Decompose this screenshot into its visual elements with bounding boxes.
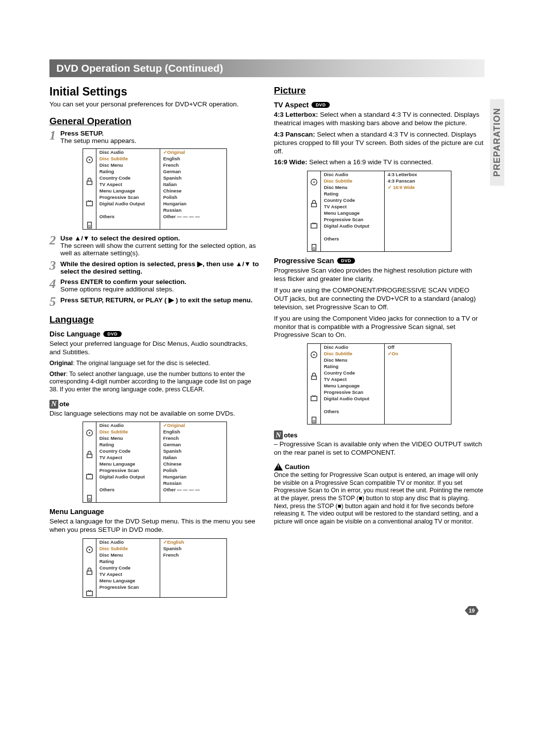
speaker-icon — [86, 221, 93, 229]
svg-rect-2 — [87, 181, 92, 185]
svg-text:19: 19 — [469, 608, 475, 614]
svg-point-5 — [89, 225, 90, 227]
step-number: 3 — [49, 260, 60, 271]
setup-menu-screenshot: Disc Audio Disc Subtitle Disc Menu Ratin… — [307, 343, 451, 425]
caution-body: Once the setting for Progressive Scan ou… — [274, 472, 485, 525]
step-2: 2 Use ▲/▼ to select the desired option. … — [49, 235, 260, 257]
svg-point-27 — [313, 420, 315, 422]
disc-icon — [310, 178, 318, 186]
step-number: 4 — [49, 278, 60, 289]
left-column: Initial Settings You can set your person… — [49, 84, 260, 603]
step-number: 2 — [49, 235, 60, 246]
dvd-badge: DVD — [312, 102, 330, 108]
notes-body: – Progressive Scan is available only whe… — [274, 440, 485, 457]
disc-icon — [86, 429, 93, 437]
step-3: 3 While the desired option is selected, … — [49, 260, 260, 275]
svg-point-1 — [89, 159, 90, 160]
other-line: Other: To select another language, use t… — [49, 371, 260, 394]
panscan-line: 4:3 Panscan: Select when a standard 4:3 … — [274, 131, 485, 156]
setup-menu-screenshot: Disc Audio Disc Subtitle Disc Menu Ratin… — [83, 422, 227, 503]
ps-body-2: If you are using the COMPONENT/PROGRESSI… — [274, 286, 485, 312]
svg-rect-14 — [87, 571, 92, 574]
step-body: Some options require additional steps. — [60, 285, 174, 293]
caution-label: Caution — [285, 463, 310, 471]
note-body: Disc language selections may not be avai… — [49, 410, 260, 418]
step-1: 1 Press SETUP. The setup menu appears. — [49, 130, 260, 144]
step-number: 5 — [49, 296, 60, 307]
setup-menu-screenshot: Disc Audio Disc Subtitle Disc Menu Ratin… — [307, 171, 451, 252]
heading-menu-language: Menu Language — [49, 508, 260, 516]
letterbox-line: 4:3 Letterbox: Select when a standard 4:… — [274, 111, 485, 128]
dvd-badge: DVD — [103, 331, 122, 337]
speaker-icon — [310, 416, 318, 424]
section-tab: PREPARATION — [490, 99, 504, 186]
notes-heading: N otes — [274, 430, 485, 439]
lock-icon — [86, 178, 93, 186]
note-label: ote — [59, 400, 69, 408]
menu-language-body: Select a language for the DVD Setup menu… — [49, 518, 260, 534]
ps-body-1: Progressive Scan video provides the high… — [274, 267, 485, 284]
original-line: Original: The original language set for … — [49, 360, 260, 368]
heading-progressive-scan: Progressive Scan DVD — [274, 257, 485, 265]
caution-heading: Caution — [274, 463, 485, 471]
tv-icon — [310, 394, 318, 402]
heading-general-operation: General Operation — [49, 116, 260, 127]
right-column: Picture TV Aspect DVD 4:3 Letterbox: Sel… — [274, 84, 485, 603]
svg-rect-8 — [87, 454, 92, 458]
speaker-icon — [86, 494, 93, 502]
tv-icon — [310, 222, 318, 230]
lock-icon — [86, 451, 93, 459]
heading-tv-aspect: TV Aspect DVD — [274, 101, 485, 109]
tv-icon — [86, 589, 93, 597]
wide-line: 16:9 Wide: Select when a 16:9 wide TV is… — [274, 158, 485, 167]
heading-picture: Picture — [274, 85, 485, 96]
setup-menu-screenshot: Disc Audio Disc Subtitle Disc Menu Ratin… — [83, 538, 227, 598]
notes-label: otes — [284, 431, 298, 439]
ps-body-3: If you are using the Component Video jac… — [274, 315, 485, 340]
note-heading: N ote — [49, 400, 260, 409]
lock-icon — [86, 567, 93, 575]
step-lead: Press SETUP. — [60, 130, 104, 137]
svg-point-17 — [313, 182, 315, 183]
tv-icon — [86, 199, 93, 207]
step-4: 4 Press ENTER to confirm your selection.… — [49, 278, 260, 293]
speaker-icon — [310, 243, 318, 251]
step-number: 1 — [49, 130, 60, 141]
lock-icon — [310, 200, 318, 208]
svg-rect-15 — [87, 591, 92, 596]
step-body: The screen will show the current setting… — [60, 242, 256, 257]
page-title-bar: DVD Operation Setup (Continued) — [49, 59, 485, 77]
lock-icon — [310, 373, 318, 380]
svg-rect-9 — [87, 474, 92, 479]
svg-rect-3 — [87, 201, 92, 206]
step-body: The setup menu appears. — [60, 137, 136, 144]
step-lead: Use ▲/▼ to select the desired option. — [60, 235, 180, 242]
dvd-badge: DVD — [337, 258, 356, 264]
step-lead: Press SETUP, RETURN, or PLAY ( ▶ ) to ex… — [60, 296, 253, 304]
svg-point-13 — [89, 549, 90, 551]
note-icon: N — [49, 400, 58, 409]
warning-icon — [274, 463, 283, 471]
svg-rect-19 — [311, 224, 317, 228]
heading-disc-language: Disc Language DVD — [49, 330, 260, 338]
svg-point-23 — [313, 354, 315, 356]
svg-point-21 — [313, 247, 315, 249]
setup-menu-screenshot: Disc Audio Disc Subtitle Disc Menu Ratin… — [83, 148, 227, 230]
heading-language: Language — [49, 314, 260, 325]
initial-intro: You can set your personal preferences fo… — [49, 100, 260, 109]
heading-initial-settings: Initial Settings — [49, 85, 260, 98]
page-number: 19 — [462, 605, 480, 617]
disc-icon — [86, 156, 93, 164]
svg-rect-25 — [311, 396, 317, 401]
note-icon: N — [274, 430, 283, 439]
tv-icon — [86, 472, 93, 480]
disc-icon — [86, 546, 93, 554]
step-lead: While the desired option is selected, pr… — [60, 260, 259, 275]
svg-rect-24 — [312, 376, 316, 379]
svg-rect-18 — [312, 203, 316, 207]
svg-point-7 — [89, 432, 90, 434]
step-lead: Press ENTER to confirm your selection. — [60, 278, 186, 285]
svg-point-11 — [89, 498, 90, 500]
step-5: 5 Press SETUP, RETURN, or PLAY ( ▶ ) to … — [49, 296, 260, 307]
disc-icon — [310, 351, 318, 359]
